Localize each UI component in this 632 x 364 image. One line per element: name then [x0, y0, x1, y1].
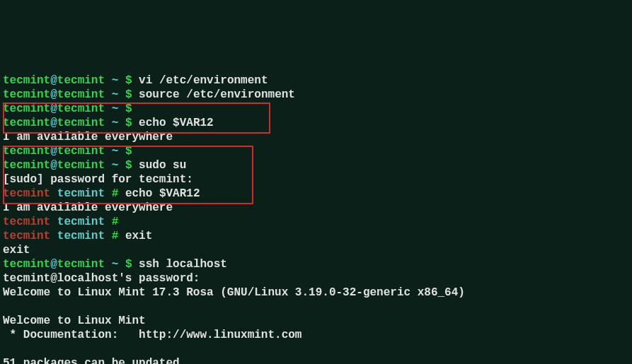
output-line: I am available everywhere [3, 201, 173, 214]
command: exit [125, 230, 152, 242]
prompt-at: @ [50, 145, 57, 158]
sep [118, 159, 125, 172]
sep [105, 88, 112, 101]
prompt-user: tecmint [3, 145, 50, 158]
sep [105, 102, 112, 115]
prompt-at: @ [50, 258, 57, 271]
sep [118, 258, 125, 271]
output-line: Welcome to Linux Mint 17.3 Rosa (GNU/Lin… [3, 286, 465, 299]
root-user: tecmint [3, 187, 50, 200]
prompt-tilde: ~ [112, 159, 119, 172]
prompt-user: tecmint [3, 258, 50, 271]
sp [132, 258, 139, 271]
sp [50, 230, 57, 242]
command: sudo su [139, 159, 186, 172]
prompt-at: @ [50, 74, 57, 87]
sep [118, 74, 125, 87]
prompt-host: tecmint [57, 159, 105, 172]
root-host: tecmint [57, 216, 105, 228]
sep [105, 258, 112, 271]
prompt-at: @ [50, 159, 57, 172]
prompt-host: tecmint [57, 145, 105, 158]
root-hash: # [112, 230, 119, 242]
output-line: * Documentation: http://www.linuxmint.co… [3, 329, 301, 341]
sp [132, 117, 139, 129]
command: echo $VAR12 [139, 117, 214, 129]
root-hash: # [112, 187, 119, 200]
prompt-user: tecmint [3, 159, 50, 172]
root-user: tecmint [3, 216, 50, 228]
root-host: tecmint [57, 187, 105, 200]
sep [118, 102, 125, 115]
prompt-user: tecmint [3, 88, 50, 101]
sep [105, 159, 112, 172]
prompt-sym: $ [125, 145, 132, 158]
command: vi /etc/environment [139, 74, 268, 87]
terminal-output: tecmint@tecmint ~ $ vi /etc/environment … [3, 59, 629, 364]
prompt-host: tecmint [57, 88, 105, 101]
prompt-tilde: ~ [112, 74, 119, 87]
prompt-tilde: ~ [112, 258, 119, 271]
root-hash: # [112, 216, 119, 228]
prompt-user: tecmint [3, 102, 50, 115]
sp [50, 187, 57, 200]
command: echo $VAR12 [125, 187, 200, 200]
sp [118, 230, 125, 242]
prompt-tilde: ~ [112, 117, 119, 129]
sp [50, 216, 57, 228]
sep [118, 88, 125, 101]
sep [105, 145, 112, 158]
command: ssh localhost [139, 258, 227, 271]
prompt-at: @ [50, 102, 57, 115]
sp [118, 187, 125, 200]
prompt-at: @ [50, 117, 57, 129]
sep [105, 230, 112, 242]
sep [118, 145, 125, 158]
sep [118, 117, 125, 129]
prompt-host: tecmint [57, 102, 105, 115]
sp [132, 159, 139, 172]
prompt-user: tecmint [3, 117, 50, 129]
prompt-at: @ [50, 88, 57, 101]
prompt-host: tecmint [57, 258, 105, 271]
prompt-host: tecmint [57, 74, 105, 87]
root-host: tecmint [57, 230, 105, 242]
sp [132, 74, 139, 87]
command: source /etc/environment [139, 88, 295, 101]
sp [132, 88, 139, 101]
sep [105, 117, 112, 129]
sep [105, 187, 112, 200]
prompt-sym: $ [125, 102, 132, 115]
sep [105, 74, 112, 87]
output-line: I am available everywhere [3, 131, 173, 143]
prompt-tilde: ~ [112, 88, 119, 101]
output-line: [sudo] password for tecmint: [3, 173, 193, 186]
output-line: 51 packages can be updated. [3, 357, 186, 364]
prompt-tilde: ~ [112, 102, 119, 115]
output-line: exit [3, 244, 30, 257]
prompt-tilde: ~ [112, 145, 119, 158]
root-user: tecmint [3, 230, 50, 242]
prompt-host: tecmint [57, 117, 105, 129]
output-line: tecmint@localhost's password: [3, 272, 200, 285]
sep [105, 216, 112, 228]
output-line: Welcome to Linux Mint [3, 315, 146, 327]
prompt-user: tecmint [3, 74, 50, 87]
